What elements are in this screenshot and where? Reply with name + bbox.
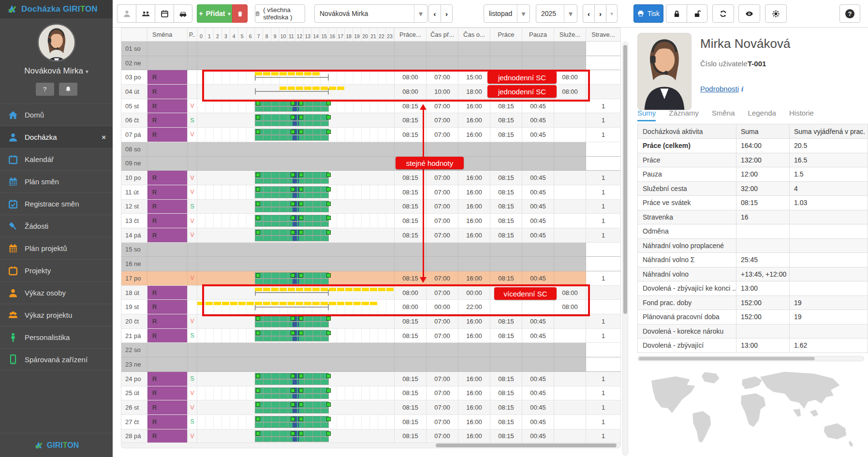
sidebar-item-11[interactable]: Personalistika	[0, 326, 113, 348]
timeline-cell[interactable]	[197, 70, 395, 85]
timeline-cell[interactable]	[197, 200, 395, 214]
shift-cell[interactable]	[147, 142, 188, 157]
month-select[interactable]: listopad ▾	[484, 4, 530, 23]
shift-cell[interactable]: R	[147, 286, 188, 300]
view-calendar-button[interactable]	[155, 4, 174, 23]
timeline-cell[interactable]	[197, 329, 395, 343]
sidebar-user-menu[interactable]: Nováková Mirka ▾	[0, 66, 113, 76]
shift-cell[interactable]	[147, 271, 188, 286]
prev-person-button[interactable]: ‹	[428, 4, 441, 23]
cost-center-filter-button[interactable]: ( všechna střediska )	[255, 4, 305, 23]
person-select[interactable]: Nováková Mirka ▾	[314, 4, 427, 23]
shift-cell[interactable]: R	[147, 99, 188, 114]
shift-cell[interactable]	[147, 357, 188, 372]
shift-cell[interactable]	[147, 243, 188, 257]
shift-cell[interactable]: R	[147, 314, 188, 329]
timeline-cell[interactable]	[197, 128, 395, 142]
shift-cell[interactable]: R	[147, 415, 188, 429]
timeline-cell[interactable]	[197, 429, 395, 444]
table-vertical-scrollbar[interactable]	[622, 42, 628, 456]
view-people-button[interactable]	[136, 4, 155, 23]
timeline-cell[interactable]	[197, 271, 395, 286]
timeline-cell[interactable]	[197, 286, 395, 300]
panel-horizontal-scrollbar[interactable]	[637, 356, 864, 361]
print-button[interactable]: Tisk	[633, 4, 663, 23]
tab-sumy[interactable]: Sumy	[637, 109, 656, 121]
tab-legenda[interactable]: Legenda	[748, 109, 776, 121]
panel-scrollbar-thumb[interactable]	[639, 357, 815, 360]
timeline-cell[interactable]	[197, 415, 395, 429]
shift-cell[interactable]: R	[147, 185, 188, 200]
shift-cell[interactable]: R	[147, 400, 188, 415]
timeline-cell[interactable]	[197, 400, 395, 415]
close-icon[interactable]: ×	[102, 133, 106, 141]
timeline-cell[interactable]	[197, 171, 395, 185]
timeline-cell[interactable]	[197, 42, 395, 56]
refresh-button[interactable]	[712, 4, 734, 23]
timeline-cell[interactable]	[197, 228, 395, 243]
shift-cell[interactable]: R	[147, 429, 188, 444]
tab-směna[interactable]: Směna	[712, 109, 735, 121]
sidebar-item-9[interactable]: Výkaz osoby	[0, 281, 113, 304]
timeline-cell[interactable]	[197, 257, 395, 271]
next-month-button[interactable]: ›	[594, 4, 606, 23]
lock-button[interactable]	[666, 4, 687, 23]
shift-cell[interactable]: R	[147, 228, 188, 243]
add-button[interactable]: +Přidat▾	[197, 4, 232, 23]
timeline-cell[interactable]	[197, 214, 395, 228]
shift-cell[interactable]: R	[147, 372, 188, 386]
next-person-button[interactable]: ›	[441, 4, 453, 23]
shift-cell[interactable]	[147, 56, 188, 71]
table-horizontal-scrollbar[interactable]	[121, 442, 621, 448]
timeline-cell[interactable]	[197, 185, 395, 200]
shift-cell[interactable]: R	[147, 85, 188, 99]
page-help-button[interactable]: ?	[839, 4, 860, 23]
shift-cell[interactable]	[147, 257, 188, 271]
timeline-cell[interactable]	[197, 372, 395, 386]
timeline-cell[interactable]	[197, 386, 395, 401]
shift-cell[interactable]: R	[147, 200, 188, 214]
sidebar-item-5[interactable]: Registrace směn	[0, 192, 113, 215]
sidebar-item-3[interactable]: Kalendář	[0, 148, 113, 170]
shift-cell[interactable]	[147, 157, 188, 171]
shift-cell[interactable]: R	[147, 329, 188, 343]
timeline-cell[interactable]	[197, 142, 395, 157]
shift-cell[interactable]: R	[147, 386, 188, 401]
timeline-cell[interactable]	[197, 85, 395, 99]
sidebar-avatar[interactable]	[37, 23, 76, 62]
month-dropdown-button[interactable]: ▾	[606, 4, 618, 23]
shift-cell[interactable]: R	[147, 214, 188, 228]
sidebar-item-12[interactable]: Spárovaná zařízení	[0, 348, 113, 370]
shift-cell[interactable]	[147, 42, 188, 56]
sidebar-item-6[interactable]: Žádosti	[0, 215, 113, 237]
details-link[interactable]: Podrobnostii	[700, 85, 743, 93]
shift-cell[interactable]: R	[147, 70, 188, 85]
vertical-scrollbar-thumb[interactable]	[623, 45, 627, 314]
sidebar-item-2[interactable]: Docházka×	[0, 126, 113, 148]
sidebar-item-8[interactable]: Projekty	[0, 259, 113, 281]
timeline-cell[interactable]	[197, 243, 395, 257]
timeline-cell[interactable]	[197, 113, 395, 128]
timeline-cell[interactable]	[197, 56, 395, 71]
timeline-cell[interactable]	[197, 343, 395, 357]
year-select[interactable]: 2025 ▾	[536, 4, 577, 23]
visibility-button[interactable]	[738, 4, 760, 23]
sidebar-item-10[interactable]: Výkaz projektu	[0, 304, 113, 326]
timeline-cell[interactable]	[197, 300, 395, 314]
timeline-cell[interactable]	[197, 357, 395, 372]
app-logo[interactable]: Docházka GIRITON	[0, 0, 113, 18]
shift-cell[interactable]: R	[147, 300, 188, 314]
view-trips-button[interactable]	[174, 4, 192, 23]
view-person-button[interactable]	[117, 4, 136, 23]
shift-cell[interactable]: R	[147, 171, 188, 185]
tab-historie[interactable]: Historie	[789, 109, 814, 121]
sidebar-item-4[interactable]: Plán směn	[0, 170, 113, 192]
sidebar-item-1[interactable]: Domů	[0, 103, 113, 126]
help-button[interactable]: ?	[36, 83, 54, 96]
timeline-cell[interactable]	[197, 314, 395, 329]
shift-cell[interactable]	[147, 343, 188, 357]
sidebar-item-7[interactable]: Plán projektů	[0, 237, 113, 259]
prev-month-button[interactable]: ‹	[583, 4, 594, 23]
shift-cell[interactable]: R	[147, 113, 188, 128]
delete-button[interactable]	[232, 4, 248, 23]
